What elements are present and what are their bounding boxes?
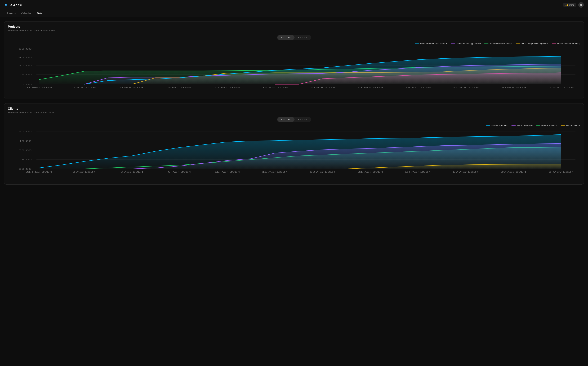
legend-label-acme-corp: Acme Corporation — [491, 124, 508, 127]
legend-line-wonka-ind — [511, 125, 516, 126]
legend-label-acme-web: Acme Website Redesign — [490, 42, 512, 45]
nav-item-stats[interactable]: Stats — [34, 10, 45, 17]
legend-item-stark: Stark Industries Branding — [552, 42, 580, 45]
main-nav: Projects Calendar Stats — [0, 10, 588, 17]
legend-line-wonka — [415, 44, 419, 44]
legend-label-wonka: Wonka E-commerce Platform — [420, 42, 447, 45]
projects-subtitle: See how many hours you spent on each pro… — [8, 29, 580, 32]
main-content: Projects See how many hours you spent on… — [0, 17, 588, 189]
logo-icon — [4, 2, 9, 7]
legend-item-acme-comp: Acme Compression Algorithm — [516, 42, 548, 45]
svg-text:21 Apr 2024: 21 Apr 2024 — [358, 86, 383, 88]
svg-text:24 Apr 2024: 24 Apr 2024 — [405, 86, 431, 88]
nav-item-projects[interactable]: Projects — [4, 10, 19, 17]
legend-line-acme-corp — [486, 125, 490, 126]
svg-text:30:00: 30:00 — [19, 149, 32, 152]
legend-label-globex-sol: Globex Solutions — [541, 124, 557, 127]
settings-button[interactable]: ⊘ — [578, 2, 584, 8]
svg-text:12 Apr 2024: 12 Apr 2024 — [214, 86, 240, 88]
svg-text:15:00: 15:00 — [19, 158, 32, 161]
app-name: ZOXYS — [10, 3, 23, 7]
legend-item-acme-corp: Acme Corporation — [486, 124, 508, 127]
svg-text:18 Apr 2024: 18 Apr 2024 — [310, 86, 336, 88]
legend-line-globex-sol — [536, 125, 540, 126]
svg-text:31 Mar 2024: 31 Mar 2024 — [25, 171, 52, 173]
svg-text:27 Apr 2024: 27 Apr 2024 — [453, 86, 479, 88]
legend-item-wonka: Wonka E-commerce Platform — [415, 42, 447, 45]
svg-text:45:00: 45:00 — [19, 56, 32, 58]
svg-text:30 Apr 2024: 30 Apr 2024 — [500, 86, 526, 88]
projects-chart: 60:00 45:00 30:00 15:00 00:00 31 Mar 202… — [8, 47, 580, 95]
projects-title: Projects — [8, 25, 580, 29]
projects-bar-chart-button[interactable]: Bar Chart — [295, 35, 311, 40]
svg-text:27 Apr 2024: 27 Apr 2024 — [453, 171, 479, 173]
clients-area-chart-button[interactable]: Area Chart — [277, 117, 294, 122]
svg-text:9 Apr 2024: 9 Apr 2024 — [168, 86, 191, 88]
projects-legend: Wonka E-commerce Platform Globex Mobile … — [8, 42, 580, 45]
legend-label-stark: Stark Industries Branding — [557, 42, 580, 45]
app-logo: ZOXYS — [4, 2, 23, 7]
dark-mode-button[interactable]: 🌙 Dark — [563, 3, 576, 7]
svg-text:15 Apr 2024: 15 Apr 2024 — [262, 171, 288, 173]
svg-text:12 Apr 2024: 12 Apr 2024 — [214, 171, 240, 173]
svg-text:3 May 2024: 3 May 2024 — [549, 86, 574, 88]
clients-chart-svg: 60:00 45:00 30:00 15:00 00:00 31 Mar 202… — [8, 129, 580, 181]
legend-line-acme-web — [484, 44, 488, 44]
dark-mode-label: Dark — [569, 4, 574, 6]
legend-item-wonka-ind: Wonka Industries — [511, 124, 533, 127]
legend-item-globex: Globex Mobile App Launch — [451, 42, 481, 45]
legend-line-globex — [451, 44, 455, 44]
clients-subtitle: See how many hours you spent for each cl… — [8, 111, 580, 114]
svg-text:45:00: 45:00 — [19, 140, 32, 142]
svg-text:15:00: 15:00 — [19, 74, 32, 76]
projects-chart-toggle: Area Chart Bar Chart — [8, 35, 580, 40]
svg-text:21 Apr 2024: 21 Apr 2024 — [358, 171, 383, 173]
nav-item-calendar[interactable]: Calendar — [19, 10, 34, 17]
legend-label-wonka-ind: Wonka Industries — [517, 124, 533, 127]
legend-line-acme-comp — [516, 44, 520, 44]
legend-line-stark — [552, 44, 556, 44]
svg-text:3 Apr 2024: 3 Apr 2024 — [73, 171, 96, 173]
svg-text:30:00: 30:00 — [19, 64, 32, 67]
svg-text:24 Apr 2024: 24 Apr 2024 — [405, 171, 431, 173]
svg-text:60:00: 60:00 — [19, 131, 32, 133]
svg-text:6 Apr 2024: 6 Apr 2024 — [120, 171, 143, 173]
legend-label-globex: Globex Mobile App Launch — [456, 42, 481, 45]
projects-card: Projects See how many hours you spent on… — [4, 21, 584, 99]
moon-icon: 🌙 — [565, 4, 568, 6]
legend-label-acme-comp: Acme Compression Algorithm — [521, 42, 548, 45]
svg-text:30 Apr 2024: 30 Apr 2024 — [500, 171, 526, 173]
projects-toggle-group: Area Chart Bar Chart — [277, 35, 311, 40]
svg-text:00:00: 00:00 — [19, 83, 32, 85]
svg-text:60:00: 60:00 — [19, 48, 32, 50]
legend-item-acme-web: Acme Website Redesign — [484, 42, 512, 45]
svg-text:3 May 2024: 3 May 2024 — [549, 171, 574, 173]
clients-chart-toggle: Area Chart Bar Chart — [8, 117, 580, 122]
svg-text:9 Apr 2024: 9 Apr 2024 — [168, 171, 191, 173]
svg-text:31 Mar 2024: 31 Mar 2024 — [25, 86, 52, 88]
svg-text:18 Apr 2024: 18 Apr 2024 — [310, 171, 336, 173]
legend-line-stark-ind — [561, 125, 565, 126]
header-actions: 🌙 Dark ⊘ — [563, 2, 584, 8]
app-header: ZOXYS 🌙 Dark ⊘ — [0, 0, 588, 10]
clients-bar-chart-button[interactable]: Bar Chart — [295, 117, 311, 122]
svg-text:00:00: 00:00 — [19, 168, 32, 170]
clients-title: Clients — [8, 107, 580, 111]
clients-card: Clients See how many hours you spent for… — [4, 103, 584, 184]
legend-item-stark-ind: Stark Industries — [561, 124, 580, 127]
svg-text:15 Apr 2024: 15 Apr 2024 — [262, 86, 288, 88]
svg-text:6 Apr 2024: 6 Apr 2024 — [120, 86, 144, 88]
clients-toggle-group: Area Chart Bar Chart — [277, 117, 311, 122]
clients-chart: 60:00 45:00 30:00 15:00 00:00 31 Mar 202… — [8, 129, 580, 181]
clients-legend: Acme Corporation Wonka Industries Globex… — [8, 124, 580, 127]
svg-text:3 Apr 2024: 3 Apr 2024 — [73, 86, 96, 88]
legend-item-globex-sol: Globex Solutions — [536, 124, 557, 127]
projects-chart-svg: 60:00 45:00 30:00 15:00 00:00 31 Mar 202… — [8, 47, 580, 95]
legend-label-stark-ind: Stark Industries — [566, 124, 580, 127]
projects-area-chart-button[interactable]: Area Chart — [277, 35, 294, 40]
slash-icon: ⊘ — [580, 3, 582, 6]
